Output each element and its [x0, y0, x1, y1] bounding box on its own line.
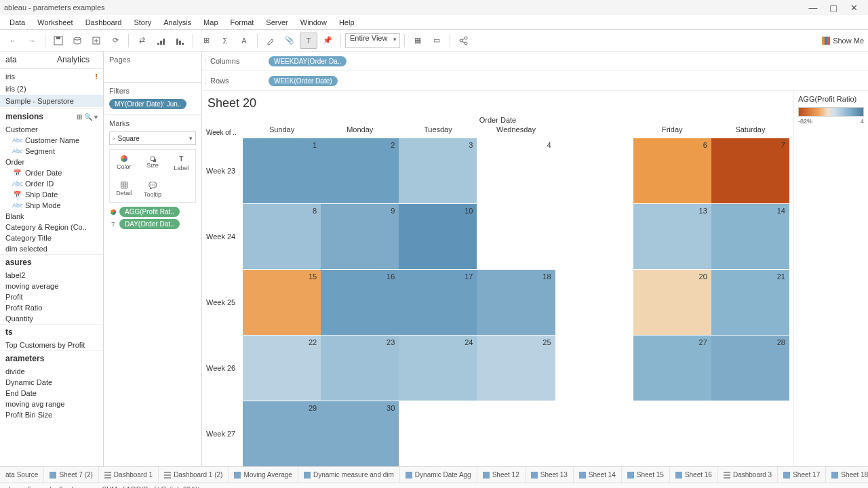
- sheet-tab[interactable]: ata Source: [0, 467, 44, 483]
- calendar-cell[interactable]: 20: [633, 270, 711, 335]
- column-header[interactable]: Monday: [321, 125, 399, 138]
- menu-map[interactable]: Map: [198, 17, 223, 28]
- field-item[interactable]: 📅Order Date: [0, 167, 103, 178]
- menu-dashboard[interactable]: Dashboard: [80, 17, 127, 28]
- sheet-tab[interactable]: Sheet 18: [826, 467, 868, 483]
- marks-type-dropdown[interactable]: ▫ Square: [109, 131, 196, 145]
- maximize-button[interactable]: ▢: [823, 0, 844, 15]
- calendar-cell[interactable]: 6: [633, 138, 711, 203]
- field-item[interactable]: Quantity: [0, 313, 103, 324]
- data-source-item[interactable]: Sample - Superstore: [0, 95, 103, 107]
- field-item[interactable]: moving avg range: [0, 399, 103, 409]
- rows-pill[interactable]: WEEK(Order Date): [269, 76, 338, 86]
- menu-data[interactable]: Data: [4, 17, 31, 28]
- field-item[interactable]: Profit Ratio: [0, 302, 103, 313]
- field-item[interactable]: Top Customers by Profit: [0, 340, 103, 350]
- calendar-cell[interactable]: 8: [243, 204, 321, 269]
- data-source-item[interactable]: iris (2): [0, 83, 103, 95]
- menu-format[interactable]: Format: [225, 17, 260, 28]
- forward-button[interactable]: →: [23, 33, 41, 49]
- calendar-cell[interactable]: 14: [711, 204, 789, 269]
- marks-color[interactable]: Color: [110, 150, 138, 176]
- field-item[interactable]: Order: [0, 157, 103, 167]
- marks-size[interactable]: Size: [138, 150, 166, 176]
- sheet-tab[interactable]: Sheet 12: [477, 467, 526, 483]
- row-header[interactable]: Week 26: [206, 336, 243, 401]
- calendar-cell[interactable]: 7: [711, 138, 789, 203]
- calendar-cell[interactable]: 23: [321, 336, 399, 401]
- column-header[interactable]: Friday: [633, 125, 711, 138]
- show-cards-button[interactable]: ▦: [409, 33, 427, 49]
- sheet-tab[interactable]: Moving Average: [229, 467, 298, 483]
- sort-asc-button[interactable]: [152, 33, 170, 49]
- calendar-cell[interactable]: 30: [321, 401, 399, 466]
- sheet-tab[interactable]: Dashboard 1: [99, 467, 159, 483]
- field-item[interactable]: AbcSegment: [0, 146, 103, 157]
- group-button[interactable]: ⊞: [197, 33, 215, 49]
- mark-pill[interactable]: DAY(Order Dat..: [119, 219, 180, 229]
- field-item[interactable]: AbcOrder ID: [0, 178, 103, 189]
- sheet-tab[interactable]: Dashboard 3: [718, 467, 778, 483]
- sheet-tab[interactable]: Sheet 16: [670, 467, 718, 483]
- column-header[interactable]: Saturday: [711, 125, 789, 138]
- menu-window[interactable]: Window: [295, 17, 332, 28]
- calendar-cell[interactable]: 3: [399, 138, 477, 203]
- field-item[interactable]: Blank: [0, 211, 103, 222]
- data-source-item[interactable]: iris!: [0, 70, 103, 83]
- row-header[interactable]: Week 27: [206, 401, 243, 466]
- calendar-cell[interactable]: 1: [243, 138, 321, 203]
- save-button[interactable]: [50, 33, 67, 49]
- calendar-cell[interactable]: 4: [477, 138, 555, 203]
- sheet-tab[interactable]: Sheet 17: [778, 467, 826, 483]
- marks-label[interactable]: Label: [167, 150, 195, 176]
- calendar-cell[interactable]: 25: [477, 336, 555, 401]
- new-data-button[interactable]: [68, 33, 86, 49]
- marks-detail[interactable]: Detail: [110, 176, 138, 202]
- calendar-cell[interactable]: 15: [243, 270, 321, 335]
- sheet-tab[interactable]: Dashboard 1 (2): [159, 467, 229, 483]
- refresh-button[interactable]: ⟳: [106, 33, 124, 49]
- new-sheet-button[interactable]: [87, 33, 105, 49]
- field-item[interactable]: 📅Ship Date: [0, 189, 103, 200]
- calendar-cell[interactable]: 28: [711, 336, 789, 401]
- row-header[interactable]: Week 23: [206, 138, 243, 203]
- calendar-cell[interactable]: 27: [633, 336, 711, 401]
- sort-desc-button[interactable]: [171, 33, 189, 49]
- columns-pill[interactable]: WEEKDAY(Order Da..: [269, 56, 347, 66]
- calendar-cell[interactable]: 18: [477, 270, 555, 335]
- menu-worksheet[interactable]: Worksheet: [32, 17, 78, 28]
- calendar-cell[interactable]: 10: [399, 204, 477, 269]
- show-me-button[interactable]: Show Me: [822, 37, 864, 45]
- fit-dropdown[interactable]: Entire View: [345, 33, 400, 48]
- field-item[interactable]: dim selected: [0, 243, 103, 254]
- totals-button[interactable]: Σ: [216, 33, 234, 49]
- field-item[interactable]: Dynamic Date: [0, 377, 103, 388]
- menu-analysis[interactable]: Analysis: [158, 17, 197, 28]
- color-legend[interactable]: AGG(Profit Ratio) -82% 4: [793, 91, 868, 466]
- field-item[interactable]: Category & Region (Co..: [0, 222, 103, 232]
- field-item[interactable]: divide: [0, 366, 103, 377]
- abc-button[interactable]: A: [235, 33, 253, 49]
- sheet-tab[interactable]: Sheet 13: [526, 467, 574, 483]
- presentation-button[interactable]: ▭: [428, 33, 446, 49]
- field-item[interactable]: AbcShip Mode: [0, 200, 103, 211]
- column-header[interactable]: Sunday: [243, 125, 321, 138]
- attach-button[interactable]: 📎: [281, 33, 298, 49]
- back-button[interactable]: ←: [4, 33, 22, 49]
- highlight-button[interactable]: [262, 33, 279, 49]
- calendar-cell[interactable]: 29: [243, 401, 321, 466]
- column-header[interactable]: [555, 125, 633, 138]
- sheet-tab[interactable]: Sheet 7 (2): [44, 467, 98, 483]
- calendar-cell[interactable]: 22: [243, 336, 321, 401]
- share-button[interactable]: [454, 33, 472, 49]
- calendar-cell[interactable]: 17: [399, 270, 477, 335]
- sheet-title[interactable]: Sheet 20: [206, 95, 789, 116]
- calendar-cell[interactable]: 16: [321, 270, 399, 335]
- menu-server[interactable]: Server: [260, 17, 293, 28]
- column-header[interactable]: Wednesday: [477, 125, 555, 138]
- column-header[interactable]: Tuesday: [399, 125, 477, 138]
- calendar-cell[interactable]: 21: [711, 270, 789, 335]
- calendar-cell[interactable]: 9: [321, 204, 399, 269]
- field-item[interactable]: label2: [0, 270, 103, 281]
- pin-button[interactable]: 📌: [319, 33, 336, 49]
